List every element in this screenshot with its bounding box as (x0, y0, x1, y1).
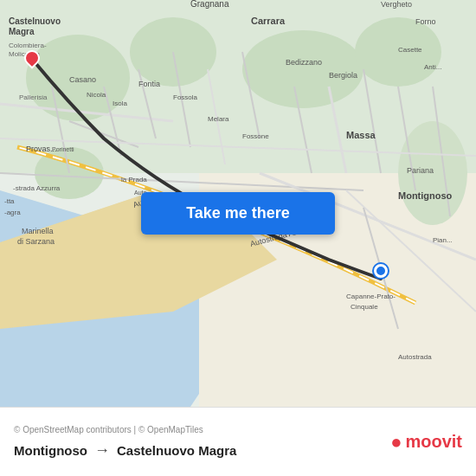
svg-text:Porinetti: Porinetti (52, 146, 74, 152)
svg-text:Forno: Forno (415, 17, 436, 26)
svg-point-7 (242, 30, 363, 108)
moovit-icon: ● (390, 431, 402, 453)
footer: © OpenStreetMap contributors | © OpenMap… (0, 407, 476, 476)
svg-text:Gragnana: Gragnana (190, 0, 229, 9)
svg-text:Bergiola: Bergiola (329, 71, 357, 80)
copyright-text: © OpenStreetMap contributors | © OpenMap… (14, 425, 390, 434)
svg-text:Vergheto: Vergheto (381, 0, 412, 9)
svg-text:Cinquale: Cinquale (351, 303, 378, 311)
route-row: Montignoso → Castelnuovo Magra (14, 441, 390, 460)
svg-text:Anti...: Anti... (424, 63, 441, 71)
svg-text:Massa: Massa (346, 130, 376, 140)
svg-text:Fontia: Fontia (138, 80, 160, 88)
svg-text:Carrara: Carrara (251, 16, 286, 26)
svg-text:la Prada: la Prada (121, 176, 147, 183)
svg-text:di Sarzana: di Sarzana (17, 237, 55, 246)
moovit-logo: ● moovit (390, 431, 462, 453)
map-container: Autostrada Azzurra Auto... Castelnuovo M… (0, 0, 476, 407)
svg-text:Bedizzano: Bedizzano (286, 58, 322, 67)
svg-text:Pariana: Pariana (407, 166, 434, 175)
svg-text:Fossola: Fossola (173, 93, 198, 101)
svg-text:Capanne-Prato-: Capanne-Prato- (346, 293, 396, 300)
footer-left: © OpenStreetMap contributors | © OpenMap… (14, 425, 390, 460)
svg-text:-strada Azzurra: -strada Azzurra (13, 184, 61, 192)
footer-right: ● moovit (390, 431, 462, 453)
svg-text:Casano: Casano (69, 75, 96, 84)
svg-text:Marinella: Marinella (22, 227, 54, 235)
svg-text:Nicola: Nicola (87, 91, 106, 99)
svg-text:Montignoso: Montignoso (398, 190, 453, 201)
svg-text:Casette: Casette (398, 46, 422, 54)
svg-text:Autostrada: Autostrada (398, 353, 432, 361)
svg-text:-agra: -agra (4, 209, 21, 216)
svg-text:Castelnuovo: Castelnuovo (9, 16, 61, 26)
origin-label: Montignoso (14, 443, 87, 458)
svg-text:Melara: Melara (208, 115, 229, 123)
svg-text:Magra: Magra (9, 27, 35, 36)
arrow-icon: → (94, 441, 110, 460)
svg-text:Colombiera-: Colombiera- (9, 42, 47, 49)
svg-text:Fossone: Fossone (242, 132, 269, 140)
svg-text:-tta: -tta (4, 197, 15, 205)
svg-text:Isola: Isola (113, 100, 127, 107)
destination-label: Castelnuovo Magra (117, 443, 236, 458)
moovit-brand-text: moovit (405, 432, 462, 452)
destination-pin (374, 264, 388, 278)
svg-text:Pallerisia: Pallerisia (19, 93, 48, 101)
take-me-there-button[interactable]: Take me there (141, 192, 335, 235)
svg-text:Pian...: Pian... (433, 236, 453, 244)
